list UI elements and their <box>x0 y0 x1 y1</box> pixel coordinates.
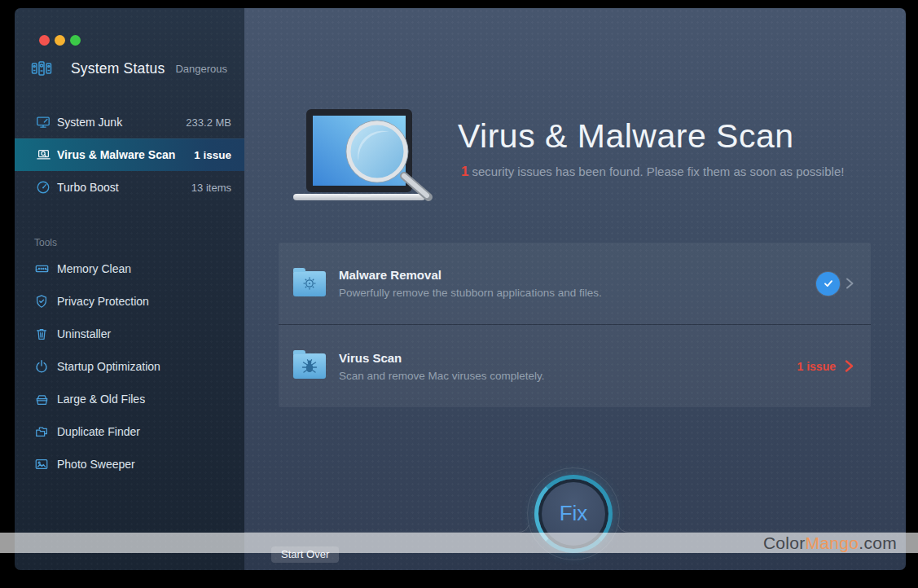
alert-count: 1 <box>461 164 468 179</box>
sidebar-item-label: Large & Old Files <box>57 393 145 406</box>
chevron-right-icon[interactable] <box>845 276 854 291</box>
card-status: 1 issue <box>797 358 854 374</box>
app-window: System Status Dangerous System Junk 233.… <box>15 8 906 570</box>
scan-results-panel: Malware Removal Powerfully remove the st… <box>279 243 871 407</box>
folders-icon <box>34 424 50 439</box>
card-text: Malware Removal Powerfully remove the st… <box>339 268 816 299</box>
card-description: Scan and remove Mac viruses completely. <box>339 370 797 382</box>
virus-folder-icon <box>293 353 326 379</box>
sidebar: System Status Dangerous System Junk 233.… <box>15 8 244 570</box>
alert-text: security issues has been found. Please f… <box>472 165 844 178</box>
close-button[interactable] <box>39 35 50 46</box>
sidebar-item-large-old-files[interactable]: Large & Old Files <box>15 383 244 415</box>
sidebar-item-label: Privacy Protection <box>57 295 149 308</box>
card-title: Malware Removal <box>339 268 816 282</box>
main-content: Virus & Malware Scan 1security issues ha… <box>244 8 906 570</box>
watermark-strip: ColorMango.com <box>0 533 918 553</box>
zoom-button[interactable] <box>70 35 81 46</box>
virus-scan-row[interactable]: Virus Scan Scan and remove Mac viruses c… <box>279 325 871 407</box>
card-description: Powerfully remove the stubborn applicati… <box>339 287 816 299</box>
monitor-icon <box>36 115 51 129</box>
sidebar-item-value: 1 issue <box>194 149 231 161</box>
sidebar-item-value: 233.2 MB <box>186 116 231 129</box>
sidebar-item-label: Virus & Malware Scan <box>57 148 175 161</box>
sidebar-item-label: Startup Optimization <box>57 360 160 373</box>
traffic-lights <box>39 35 81 46</box>
issue-count-label: 1 issue <box>797 360 836 373</box>
sidebar-item-uninstaller[interactable]: Uninstaller <box>15 318 244 350</box>
sidebar-item-system-junk[interactable]: System Junk 233.2 MB <box>15 106 244 138</box>
ram-icon <box>34 261 50 276</box>
sidebar-item-virus-malware-scan[interactable]: Virus & Malware Scan 1 issue <box>15 138 244 171</box>
sidebar-nav: System Junk 233.2 MB Virus & Malware Sca… <box>15 106 244 204</box>
equalizer-icon <box>31 59 52 77</box>
alert-message: 1security issues has been found. Please … <box>461 164 844 180</box>
minimize-button[interactable] <box>55 35 65 46</box>
malware-folder-icon <box>293 271 326 296</box>
card-status <box>816 272 854 296</box>
sidebar-item-label: Uninstaller <box>57 327 111 340</box>
watermark-text: Color <box>763 533 806 552</box>
sidebar-item-startup-optimization[interactable]: Startup Optimization <box>15 350 244 383</box>
trash-icon <box>34 327 49 341</box>
chevron-right-red-icon[interactable] <box>844 358 854 374</box>
system-status-title: System Status <box>71 60 165 77</box>
sidebar-item-photo-sweeper[interactable]: Photo Sweeper <box>15 448 244 480</box>
card-text: Virus Scan Scan and remove Mac viruses c… <box>339 351 797 382</box>
power-icon <box>34 359 49 374</box>
sidebar-item-label: Turbo Boost <box>57 181 119 194</box>
basket-icon <box>34 392 50 406</box>
sidebar-item-privacy-protection[interactable]: Privacy Protection <box>15 285 244 318</box>
sidebar-item-label: Memory Clean <box>57 262 131 275</box>
malware-removal-row[interactable]: Malware Removal Powerfully remove the st… <box>279 243 871 325</box>
sidebar-item-label: Duplicate Finder <box>57 425 140 438</box>
status-badge: Dangerous <box>175 63 227 75</box>
tools-list: Memory Clean Privacy Protection <box>15 252 244 480</box>
laptop-magnifier-illustration <box>285 104 448 212</box>
sidebar-item-duplicate-finder[interactable]: Duplicate Finder <box>15 415 244 448</box>
screen: System Status Dangerous System Junk 233.… <box>0 0 918 588</box>
sidebar-item-label: System Junk <box>57 116 122 129</box>
sidebar-item-turbo-boost[interactable]: Turbo Boost 13 items <box>15 171 244 204</box>
check-circle-icon <box>816 272 840 296</box>
shield-check-icon <box>34 294 49 309</box>
laptop-search-icon <box>36 147 51 162</box>
sidebar-item-memory-clean[interactable]: Memory Clean <box>15 252 244 285</box>
page-title: Virus & Malware Scan <box>458 117 794 156</box>
card-title: Virus Scan <box>339 351 797 365</box>
sidebar-item-value: 13 items <box>191 182 231 194</box>
watermark-text-accent: Mango <box>806 533 859 552</box>
watermark-text-suffix: .com <box>859 533 897 552</box>
tools-section-label: Tools <box>34 237 57 248</box>
photo-icon <box>34 457 49 472</box>
system-status-header: System Status Dangerous <box>30 59 244 80</box>
gauge-icon <box>36 180 51 195</box>
sidebar-item-label: Photo Sweeper <box>57 458 135 471</box>
